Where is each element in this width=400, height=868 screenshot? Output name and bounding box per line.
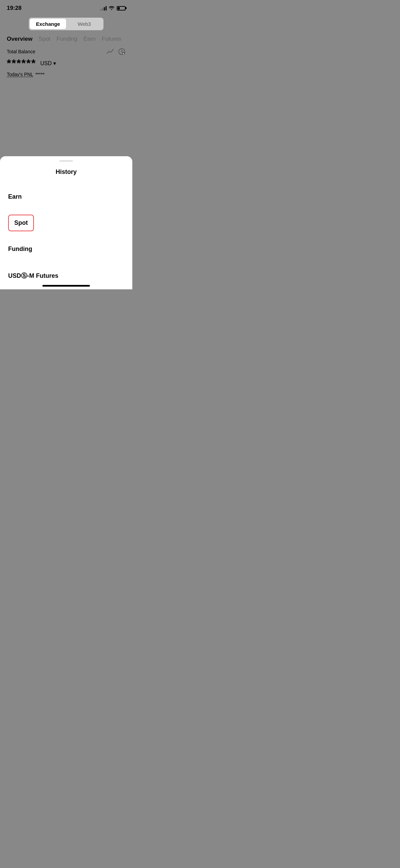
balance-action-icons: R: [107, 48, 126, 57]
pnl-chevron-icon: ›: [46, 72, 48, 77]
background-app: Exchange Web3 Overview Spot Funding Earn…: [0, 14, 132, 85]
signal-icon: [100, 6, 107, 11]
home-indicator: [42, 285, 90, 287]
list-item[interactable]: Earn: [8, 184, 124, 210]
history-bottom-sheet: History Earn Spot Funding USDⓈ-M Futures…: [0, 156, 132, 289]
history-menu-list: Earn Spot Funding USDⓈ-M Futures COIN-M …: [0, 184, 132, 289]
list-item[interactable]: Spot: [8, 210, 124, 236]
tab-spot[interactable]: Spot: [39, 36, 51, 42]
pnl-label: Today's PNL: [7, 72, 33, 77]
tab-funding[interactable]: Funding: [57, 36, 77, 42]
balance-value: ******: [7, 57, 36, 70]
web3-tab[interactable]: Web3: [66, 19, 102, 29]
exchange-tab[interactable]: Exchange: [30, 19, 66, 29]
earn-menu-item[interactable]: Earn: [8, 186, 124, 207]
battery-icon: [117, 6, 126, 11]
balance-section: Total Balance: [7, 48, 126, 82]
tab-overview[interactable]: Overview: [7, 36, 33, 42]
tab-earn[interactable]: Earn: [83, 36, 96, 42]
tab-futures[interactable]: Futures: [102, 36, 121, 42]
svg-text:R: R: [123, 53, 124, 55]
currency-selector[interactable]: USD ▾: [40, 60, 56, 67]
hide-balance-icon[interactable]: [37, 49, 43, 54]
balance-amount-row: ****** USD ▾: [7, 57, 126, 70]
list-item[interactable]: Funding: [8, 236, 124, 262]
funding-menu-item[interactable]: Funding: [8, 239, 124, 259]
clock-icon[interactable]: R: [118, 48, 126, 57]
wifi-icon: [109, 5, 115, 11]
pnl-value: *****: [35, 72, 44, 77]
nav-tabs: Overview Spot Funding Earn Futures Margi…: [7, 36, 126, 42]
usds-futures-menu-item[interactable]: USDⓈ-M Futures: [8, 265, 124, 287]
chart-icon[interactable]: [107, 48, 114, 57]
balance-label: Total Balance: [7, 49, 43, 54]
pnl-row[interactable]: Today's PNL ***** ›: [7, 72, 126, 77]
spot-menu-item[interactable]: Spot: [8, 215, 34, 231]
status-time: 19:28: [7, 5, 21, 12]
status-bar: 19:28: [0, 0, 132, 14]
mode-toggle[interactable]: Exchange Web3: [29, 18, 103, 30]
status-icons: [100, 5, 126, 11]
sheet-handle: [59, 160, 73, 162]
sheet-title: History: [0, 168, 132, 176]
